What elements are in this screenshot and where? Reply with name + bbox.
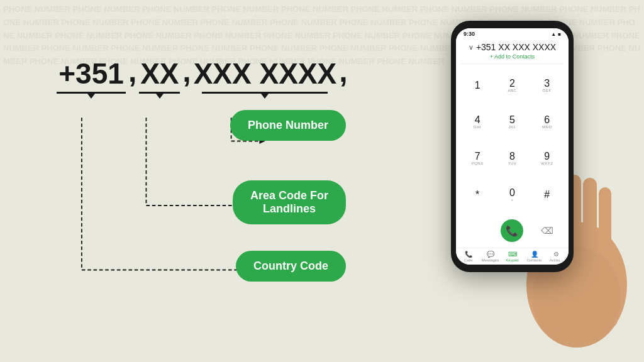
key-8[interactable]: 8TUV [496,141,528,176]
svg-rect-13 [583,178,597,256]
divider [461,63,564,64]
area-code-label: Area Code ForLandlines [233,180,346,224]
nav-keypad[interactable]: ⌨ Keypad [501,251,523,262]
nav-messages[interactable]: 💬 Messages [479,251,501,262]
nav-account[interactable]: ⚙ Accou... [545,251,567,262]
key-1[interactable]: 1 [461,68,494,102]
key-hash[interactable]: # [531,178,564,212]
phone-number-display: +351 , XX , XXX XXXX [57,57,384,99]
key-2[interactable]: 2ABC [496,68,528,102]
delete-icon: ⌫ [541,226,553,236]
nav-contacts[interactable]: 👤 Contacts [523,251,545,262]
phone-number-label: Phone Number [230,110,346,141]
svg-rect-14 [599,187,611,256]
key-4[interactable]: 4GHI [461,104,494,139]
dialed-number: ∨ +351 XX XXX XXXX [462,42,562,52]
key-7[interactable]: 7PQRS [461,141,494,176]
call-button[interactable]: 📞 [496,216,528,245]
country-code-display: +351 [57,57,126,99]
delete-button[interactable]: ⌫ [531,216,564,245]
keypad-actions: 📞 ⌫ [456,215,569,248]
keypad-label: Keypad [506,258,518,262]
add-to-contacts[interactable]: Add to Contacts [462,53,562,60]
account-label: Accou... [550,258,564,262]
call-icon: 📞 [506,225,518,237]
key-star[interactable]: * [461,178,494,212]
action-empty-left [461,216,494,245]
contacts-label: Contacts [527,258,542,262]
phone-number-value: +351 XX XXX XXXX [476,42,556,52]
account-icon: ⚙ [553,251,559,258]
diagram-area: Phone Number Area Code ForLandlines Coun… [38,99,384,312]
country-dropdown[interactable]: ∨ [469,43,474,52]
country-code-label: Country Code [236,251,346,282]
separator3: , [339,57,347,87]
key-3[interactable]: 3DEF [531,68,564,102]
status-time: 9:30 [464,31,475,37]
separator1: , [128,57,136,87]
bottom-nav: 📞 Calls 💬 Messages ⌨ Keypad 👤 [456,248,569,265]
signal-icon: ▲ [551,31,556,37]
dial-display: ∨ +351 XX XXX XXXX Add to Contacts [456,38,569,62]
area-code-text: XX [140,57,179,90]
key-9[interactable]: 9WXYZ [531,141,564,176]
battery-icon: ■ [558,31,561,37]
calls-icon: 📞 [465,251,472,258]
phone-frame: 9:30 ▲ ■ ∨ +351 XX XXX XXXX Add to Conta… [451,21,574,272]
messages-label: Messages [482,258,499,262]
contacts-icon: 👤 [531,251,538,258]
key-5[interactable]: 5JKL [496,104,528,139]
keypad-icon: ⌨ [508,251,517,258]
right-panel: 9:30 ▲ ■ ∨ +351 XX XXX XXXX Add to Conta… [409,0,644,362]
separator2: , [182,57,191,87]
phone-screen: 9:30 ▲ ■ ∨ +351 XX XXX XXXX Add to Conta… [456,28,569,265]
area-code-display: XX [139,57,180,99]
left-panel: +351 , XX , XXX XXXX [0,0,409,362]
status-bar: 9:30 ▲ ■ [456,28,569,38]
phone-hand-container: 9:30 ▲ ■ ∨ +351 XX XXX XXXX Add to Conta… [445,14,608,348]
calls-label: Calls [464,258,472,262]
phone-number-part-display: XXX XXXX [194,57,337,99]
status-icons: ▲ ■ [551,31,561,37]
country-code-text: +351 [58,57,124,90]
key-6[interactable]: 6MNO [531,104,564,139]
phone-number-part-text: XXX XXXX [194,57,337,90]
keypad: 1 2ABC 3DEF 4GHI 5JKL 6MNO 7PQRS 8TUV 9W… [456,65,569,215]
nav-calls[interactable]: 📞 Calls [457,251,479,262]
messages-icon: 💬 [487,251,494,258]
key-0[interactable]: 0+ [496,178,528,212]
